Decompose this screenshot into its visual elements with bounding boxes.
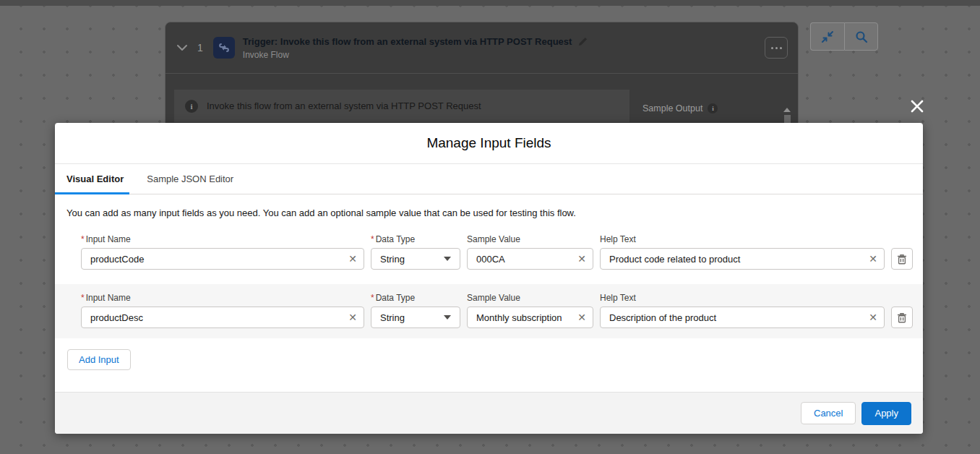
chevron-down-icon[interactable] (176, 41, 189, 54)
input-name-label: *Input Name (81, 234, 364, 244)
sample-value-label: Sample Value (467, 293, 593, 303)
clear-icon[interactable]: ✕ (869, 312, 877, 322)
trigger-subtitle: Invoke Flow (243, 50, 588, 60)
input-name-label: *Input Name (81, 293, 364, 303)
sample-output-heading: Sample Output (642, 103, 702, 113)
top-strip (0, 0, 980, 6)
cancel-button[interactable]: Cancel (801, 402, 856, 424)
clear-icon[interactable]: ✕ (348, 254, 357, 264)
clear-icon[interactable]: ✕ (577, 312, 586, 322)
help-text-field[interactable] (600, 248, 885, 270)
info-icon: i (708, 103, 718, 113)
clear-icon[interactable]: ✕ (577, 254, 586, 264)
modal-close-button[interactable] (907, 96, 927, 116)
trash-icon (897, 312, 907, 323)
card-more-actions-button[interactable] (765, 37, 788, 59)
help-text-label: Help Text (600, 293, 885, 303)
canvas-toolbar (810, 22, 878, 51)
modal-footer: Cancel Apply (55, 392, 923, 434)
more-dots-icon (771, 47, 773, 49)
chevron-down-icon (444, 315, 451, 320)
scroll-up-icon (783, 108, 791, 112)
card-divider (166, 73, 798, 74)
modal-header: Manage Input Fields (55, 123, 923, 164)
modal-body: You can add as many input fields as you … (55, 194, 923, 392)
trash-icon (897, 254, 907, 265)
collapse-arrows-icon (821, 30, 834, 43)
input-row: ✕ String ✕ ✕ (55, 248, 923, 270)
sample-value-label: Sample Value (467, 234, 593, 244)
data-type-select[interactable]: String (371, 248, 460, 270)
info-banner-text: Invoke this flow from an external system… (207, 100, 481, 111)
sample-value-field[interactable] (467, 307, 593, 328)
add-input-button[interactable]: Add Input (67, 349, 131, 370)
close-icon (910, 99, 924, 113)
clear-icon[interactable]: ✕ (348, 312, 357, 322)
edit-pencil-icon[interactable] (578, 37, 588, 46)
active-tab-underline (55, 192, 129, 194)
manage-input-fields-modal: Manage Input Fields Visual Editor Sample… (55, 123, 923, 434)
chevron-down-icon (444, 257, 451, 261)
input-name-field[interactable] (81, 248, 364, 270)
search-button[interactable] (844, 22, 878, 51)
input-name-field[interactable] (81, 307, 364, 328)
data-type-label: *Data Type (371, 293, 460, 303)
tab-sample-json-editor[interactable]: Sample JSON Editor (135, 174, 245, 194)
data-type-label: *Data Type (371, 234, 460, 244)
invoke-flow-icon (213, 37, 235, 59)
apply-button[interactable]: Apply (861, 402, 911, 425)
info-banner: i Invoke this flow from an external syst… (174, 90, 629, 122)
clear-icon[interactable]: ✕ (869, 254, 877, 264)
modal-title: Manage Input Fields (426, 135, 551, 151)
collapse-button[interactable] (810, 22, 844, 51)
help-text-label: Help Text (600, 234, 885, 244)
search-icon (855, 30, 868, 43)
field-labels-row: *Input Name *Data Type Sample Value Help… (55, 293, 923, 303)
help-text-field[interactable] (600, 307, 885, 328)
modal-description: You can add as many input fields as you … (55, 194, 923, 218)
data-type-select[interactable]: String (371, 307, 460, 328)
tab-visual-editor[interactable]: Visual Editor (55, 174, 135, 194)
delete-row-button[interactable] (891, 248, 913, 270)
step-number: 1 (197, 42, 203, 53)
tab-bar: Visual Editor Sample JSON Editor (55, 164, 923, 194)
delete-row-button[interactable] (891, 307, 913, 328)
input-row-band: *Input Name *Data Type Sample Value Help… (55, 284, 923, 338)
field-labels-row: *Input Name *Data Type Sample Value Help… (55, 234, 923, 244)
input-row: ✕ String ✕ ✕ (55, 307, 923, 328)
sample-value-field[interactable] (467, 248, 593, 270)
trigger-card-header: 1 Trigger: Invoke this flow from an exte… (166, 22, 798, 73)
info-icon: i (185, 100, 198, 113)
trigger-title: Trigger: Invoke this flow from an extern… (243, 36, 572, 47)
